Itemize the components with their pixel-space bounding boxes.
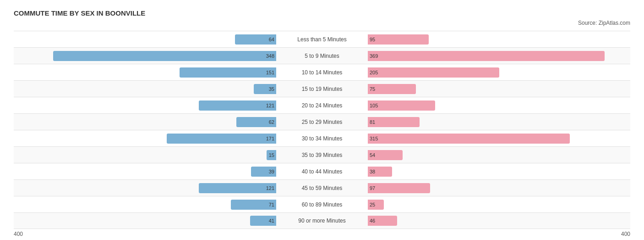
table-row: 41 90 or more Minutes 46 — [14, 212, 630, 229]
table-row: 39 40 to 44 Minutes 38 — [14, 163, 630, 179]
table-row: 121 20 to 24 Minutes 105 — [14, 97, 630, 113]
row-label: 15 to 19 Minutes — [276, 86, 368, 92]
right-side: 369 — [368, 48, 630, 64]
female-value: 25 — [370, 202, 375, 207]
female-bar: 97 — [368, 183, 430, 193]
female-value: 81 — [370, 119, 375, 125]
male-bar: 41 — [250, 216, 276, 226]
female-bar: 75 — [368, 84, 416, 94]
male-value: 171 — [266, 136, 274, 141]
table-row: 62 25 to 29 Minutes 81 — [14, 113, 630, 130]
male-bar: 151 — [180, 67, 276, 78]
female-bar: 25 — [368, 200, 384, 210]
right-side: 97 — [368, 180, 630, 196]
female-bar: 46 — [368, 216, 397, 226]
female-value: 315 — [370, 136, 378, 141]
left-side: 121 — [14, 180, 276, 196]
left-side: 171 — [14, 130, 276, 146]
right-side: 25 — [368, 196, 630, 212]
male-bar: 64 — [235, 34, 276, 45]
male-bar: 35 — [254, 84, 276, 94]
female-value: 205 — [370, 70, 378, 75]
row-label: 20 to 24 Minutes — [276, 102, 368, 109]
right-side: 315 — [368, 130, 630, 146]
left-side: 41 — [14, 213, 276, 229]
male-bar: 39 — [251, 167, 276, 177]
source-label: Source: ZipAtlas.com — [14, 20, 630, 26]
table-row: 348 5 to 9 Minutes 369 — [14, 47, 630, 64]
male-value: 62 — [269, 119, 274, 125]
right-side: 46 — [368, 213, 630, 229]
left-side: 62 — [14, 114, 276, 130]
row-label: 40 to 44 Minutes — [276, 168, 368, 175]
female-value: 54 — [370, 152, 375, 158]
female-bar: 369 — [368, 51, 605, 61]
male-bar: 121 — [199, 183, 276, 193]
row-label: 90 or more Minutes — [276, 218, 368, 224]
right-side: 105 — [368, 97, 630, 113]
table-row: 35 15 to 19 Minutes 75 — [14, 80, 630, 97]
female-value: 46 — [370, 218, 375, 223]
left-side: 71 — [14, 196, 276, 212]
male-value: 15 — [269, 152, 274, 158]
table-row: 171 30 to 34 Minutes 315 — [14, 130, 630, 146]
male-value: 39 — [269, 169, 274, 174]
female-value: 38 — [370, 169, 375, 174]
female-bar: 81 — [368, 117, 420, 127]
female-bar: 95 — [368, 34, 429, 45]
row-label: 5 to 9 Minutes — [276, 53, 368, 59]
female-bar: 54 — [368, 150, 403, 160]
row-label: 35 to 39 Minutes — [276, 152, 368, 158]
female-bar: 105 — [368, 100, 435, 111]
female-bar: 38 — [368, 167, 392, 177]
male-value: 121 — [266, 103, 274, 108]
male-value: 151 — [266, 70, 274, 75]
female-value: 369 — [370, 53, 378, 59]
row-label: Less than 5 Minutes — [276, 36, 368, 43]
male-value: 41 — [269, 218, 274, 223]
male-bar: 348 — [53, 51, 276, 61]
male-bar: 71 — [231, 200, 276, 210]
male-value: 64 — [269, 37, 274, 42]
row-label: 25 to 29 Minutes — [276, 119, 368, 125]
left-side: 15 — [14, 147, 276, 163]
table-row: 121 45 to 59 Minutes 97 — [14, 179, 630, 196]
right-side: 75 — [368, 81, 630, 97]
male-value: 35 — [269, 86, 274, 92]
male-bar: 171 — [167, 134, 276, 144]
male-bar: 15 — [267, 150, 276, 160]
row-label: 45 to 59 Minutes — [276, 185, 368, 191]
female-value: 97 — [370, 185, 375, 191]
axis-left: 400 — [14, 231, 23, 237]
female-bar: 205 — [368, 67, 499, 78]
left-side: 64 — [14, 31, 276, 47]
female-value: 105 — [370, 103, 378, 108]
male-value: 71 — [269, 202, 274, 207]
male-bar: 121 — [199, 100, 276, 111]
right-side: 95 — [368, 31, 630, 47]
left-side: 35 — [14, 81, 276, 97]
right-side: 205 — [368, 64, 630, 80]
axis-right: 400 — [621, 231, 630, 237]
left-side: 151 — [14, 64, 276, 80]
table-row: 71 60 to 89 Minutes 25 — [14, 196, 630, 212]
right-side: 54 — [368, 147, 630, 163]
axis-labels: 400 400 — [14, 231, 630, 237]
row-label: 30 to 34 Minutes — [276, 135, 368, 142]
right-side: 81 — [368, 114, 630, 130]
female-value: 95 — [370, 37, 375, 42]
left-side: 348 — [14, 48, 276, 64]
male-bar: 62 — [236, 117, 276, 127]
left-side: 121 — [14, 97, 276, 113]
female-bar: 315 — [368, 134, 570, 144]
row-label: 10 to 14 Minutes — [276, 69, 368, 76]
table-row: 15 35 to 39 Minutes 54 — [14, 146, 630, 163]
female-value: 75 — [370, 86, 375, 92]
chart-area: 64 Less than 5 Minutes 95 348 5 to 9 Min… — [14, 31, 630, 229]
male-value: 348 — [266, 53, 274, 59]
right-side: 38 — [368, 163, 630, 179]
row-label: 60 to 89 Minutes — [276, 201, 368, 208]
left-side: 39 — [14, 163, 276, 179]
table-row: 64 Less than 5 Minutes 95 — [14, 31, 630, 47]
chart-title: COMMUTE TIME BY SEX IN BOONVILLE — [14, 9, 630, 17]
